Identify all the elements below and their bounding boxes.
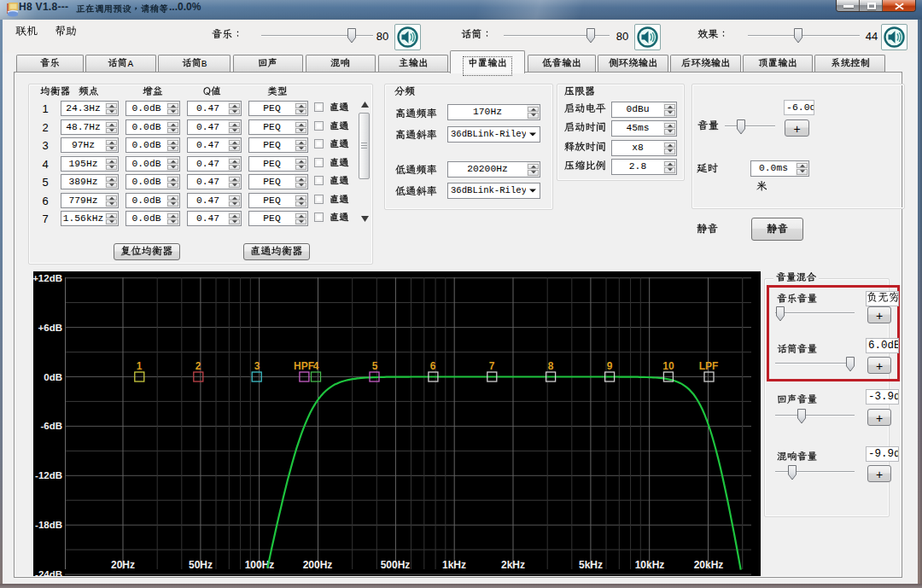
- svg-text:50Hz: 50Hz: [189, 559, 213, 571]
- svg-text:10: 10: [662, 360, 674, 372]
- svg-text:500Hz: 500Hz: [381, 559, 411, 571]
- svg-text:6: 6: [430, 360, 436, 372]
- svg-text:-24dB: -24dB: [35, 569, 62, 576]
- svg-text:-6dB: -6dB: [40, 421, 62, 431]
- svg-text:2: 2: [195, 360, 201, 372]
- svg-text:5: 5: [372, 360, 378, 372]
- svg-text:20kHz: 20kHz: [694, 559, 724, 571]
- svg-text:7: 7: [489, 360, 495, 372]
- svg-text:9: 9: [607, 360, 613, 372]
- svg-text:+12dB: +12dB: [33, 273, 62, 283]
- svg-text:HPF: HPF: [294, 360, 314, 372]
- svg-text:3: 3: [254, 360, 260, 372]
- svg-text:-12dB: -12dB: [35, 470, 62, 480]
- svg-text:4: 4: [313, 360, 319, 372]
- svg-text:-18dB: -18dB: [35, 520, 62, 530]
- svg-text:LPF: LPF: [699, 360, 719, 372]
- svg-text:8: 8: [548, 360, 554, 372]
- svg-text:200Hz: 200Hz: [303, 559, 333, 571]
- svg-text:1kHz: 1kHz: [442, 559, 466, 571]
- svg-text:1: 1: [137, 360, 143, 372]
- svg-text:10kHz: 10kHz: [635, 559, 665, 571]
- svg-text:2kHz: 2kHz: [501, 559, 525, 571]
- svg-text:5kHz: 5kHz: [579, 559, 603, 571]
- svg-text:0dB: 0dB: [44, 372, 62, 382]
- svg-text:20Hz: 20Hz: [111, 559, 135, 571]
- svg-text:+6dB: +6dB: [38, 323, 62, 333]
